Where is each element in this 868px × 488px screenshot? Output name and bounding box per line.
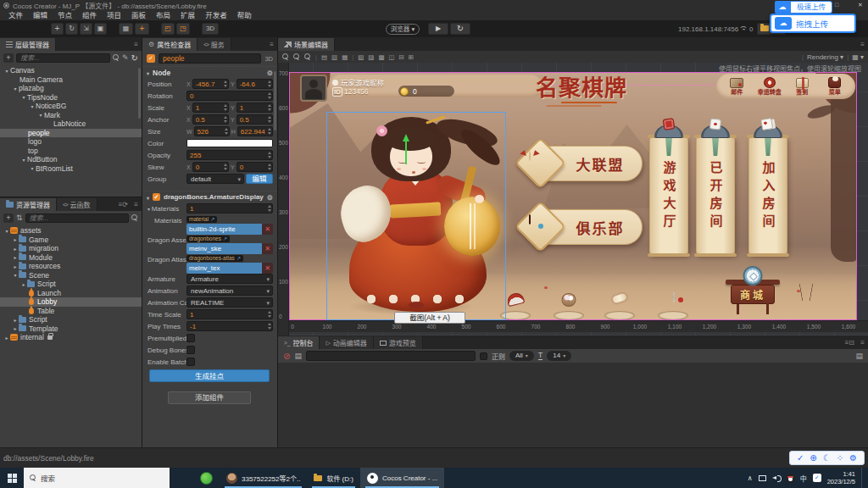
coin-bar[interactable]: 0 (398, 86, 454, 97)
top-icon-button[interactable]: 幸运转盘 (754, 77, 786, 96)
gear-icon[interactable] (267, 193, 273, 202)
scale-x-input[interactable] (192, 103, 229, 113)
add-component-button[interactable]: 添加组件 (168, 391, 251, 404)
edit-icon[interactable] (122, 53, 129, 62)
panel-menu-icon[interactable] (270, 41, 274, 48)
top-icon-button[interactable]: 菜单 (819, 77, 851, 96)
panel-menu-icon[interactable] (860, 41, 865, 48)
tree-row[interactable]: Template (0, 324, 142, 334)
ime-icon[interactable]: ✓ (797, 453, 804, 463)
reload-button[interactable] (450, 23, 470, 35)
tree-row[interactable]: Module (0, 253, 142, 263)
premultiplied-checkbox[interactable] (186, 334, 195, 342)
tab-animation-editor[interactable]: 动画编辑器 (320, 336, 373, 349)
hierarchy-search-input[interactable] (16, 53, 110, 63)
penguin-app-icon[interactable] (787, 474, 794, 483)
add-node-icon[interactable] (135, 23, 149, 35)
tree-row[interactable]: migration (0, 244, 142, 253)
tray-expand-icon[interactable] (748, 474, 753, 482)
collapse-arrow-icon[interactable] (147, 193, 149, 202)
start-button[interactable] (0, 468, 24, 488)
anchor-x-input[interactable] (192, 114, 229, 125)
play-times-input[interactable] (186, 321, 273, 331)
tab-cloud-function[interactable]: 云函数 (57, 198, 97, 211)
show-desktop-button[interactable] (861, 468, 865, 488)
regex-checkbox[interactable] (480, 352, 487, 360)
tree-row[interactable]: Lobby (0, 297, 142, 307)
anchor-corner-icon[interactable] (161, 23, 175, 35)
scroll-button[interactable]: 已开房间 (696, 136, 735, 255)
scroll-button[interactable]: 加入房间 (748, 136, 787, 255)
create-node-button[interactable]: + (3, 53, 14, 63)
panel-expand-icon[interactable]: ⊡ (845, 339, 854, 347)
scroll-button[interactable]: 游戏大厅 (649, 136, 688, 255)
tree-row[interactable]: TipsNode (0, 93, 142, 103)
tree-row[interactable]: plazabg (0, 84, 142, 93)
anchor-y-input[interactable] (236, 114, 273, 125)
skew-x-input[interactable] (192, 162, 229, 172)
align-bottom-icon[interactable]: ▩ (378, 53, 384, 61)
tree-row[interactable]: LabNotice (0, 119, 142, 129)
opacity-input[interactable] (186, 150, 273, 160)
pedestal-button[interactable] (552, 291, 586, 320)
align-top-icon[interactable]: ▧ (358, 53, 364, 61)
ime-icon[interactable]: ⊕ (810, 453, 816, 463)
tree-row[interactable]: Table (0, 307, 142, 316)
tab-service[interactable]: 服务 (198, 38, 231, 51)
move-gizmo-y-arrow[interactable] (400, 134, 412, 166)
ime-lang-indicator[interactable]: 中 (800, 474, 807, 483)
tree-row[interactable]: NdButton (0, 155, 142, 164)
position-x-input[interactable] (192, 79, 229, 89)
view-mode-dropdown[interactable]: ▦ ▾ (852, 53, 864, 61)
union-button[interactable]: 大联盟 (520, 141, 643, 186)
top-icon-button[interactable]: 邮件 (721, 78, 753, 96)
distribute-h-icon[interactable]: ◫ (388, 53, 394, 61)
expand-arrow-icon[interactable] (12, 236, 19, 242)
open-link-icon[interactable]: ↗ (223, 236, 227, 241)
panel-refresh-icon[interactable]: ⟳ (119, 201, 128, 208)
tab-console[interactable]: 控制台 (278, 336, 320, 349)
dragonbones-section-header[interactable]: dragonBones.ArmatureDisplay (142, 191, 277, 202)
tab-properties[interactable]: 属性检查器 (142, 38, 198, 51)
tab-game-preview[interactable]: 游戏预览 (374, 336, 423, 349)
inspector-scrollbar[interactable] (274, 71, 276, 130)
skew-y-input[interactable] (236, 162, 273, 172)
menu-item[interactable]: 扩展 (175, 10, 200, 20)
size-w-input[interactable] (194, 126, 230, 136)
open-link-icon[interactable]: ↗ (236, 255, 241, 261)
menu-item[interactable]: 项目 (102, 10, 126, 20)
generate-sockets-button[interactable]: 生成挂点 (149, 369, 270, 382)
distribute-v-icon[interactable]: ⊟ (399, 53, 404, 61)
node-section-header[interactable]: Node (142, 66, 277, 78)
zoom-in-icon[interactable] (282, 53, 289, 61)
debug-bones-checkbox[interactable] (186, 346, 195, 354)
menu-item[interactable]: 布局 (151, 10, 175, 20)
color-swatch[interactable] (186, 139, 273, 147)
menu-item[interactable]: 节点 (53, 10, 77, 20)
preview-target-dropdown[interactable]: 浏览器 ▾ (386, 24, 420, 35)
rendering-dropdown[interactable]: Rendering ▾ (807, 53, 843, 61)
club-button[interactable]: 俱乐部 (520, 204, 643, 250)
group-select[interactable]: default (186, 174, 244, 184)
taskbar-app-cocos[interactable]: Cocos Creator - ... (360, 468, 444, 488)
panel-menu-icon[interactable] (860, 339, 865, 347)
node-name-field[interactable]: people (159, 53, 261, 64)
taskbar-clock[interactable]: 1:41 2023/12/5 (827, 470, 855, 485)
expand-arrow-icon[interactable] (29, 165, 36, 171)
ime-icon[interactable]: ⚙ (849, 453, 857, 463)
player-avatar[interactable] (300, 75, 327, 102)
expand-arrow-icon[interactable] (12, 325, 19, 331)
component-enabled-checkbox[interactable] (153, 193, 160, 201)
close-button[interactable]: ✕ (854, 1, 866, 9)
taskbar-search[interactable]: 搜索 (24, 468, 170, 488)
rotation-input[interactable] (186, 91, 273, 101)
volume-icon[interactable] (772, 474, 781, 481)
tree-row[interactable]: assets (0, 226, 142, 236)
tree-row[interactable]: Script (0, 280, 142, 289)
align-right-icon[interactable]: ▦ (342, 53, 348, 61)
zoom-reset-icon[interactable] (304, 53, 311, 61)
console-output[interactable] (278, 363, 868, 447)
tab-hierarchy[interactable]: 层级管理器 (0, 38, 56, 51)
pedestal-button[interactable] (656, 291, 690, 320)
assets-search-input[interactable] (25, 214, 129, 223)
